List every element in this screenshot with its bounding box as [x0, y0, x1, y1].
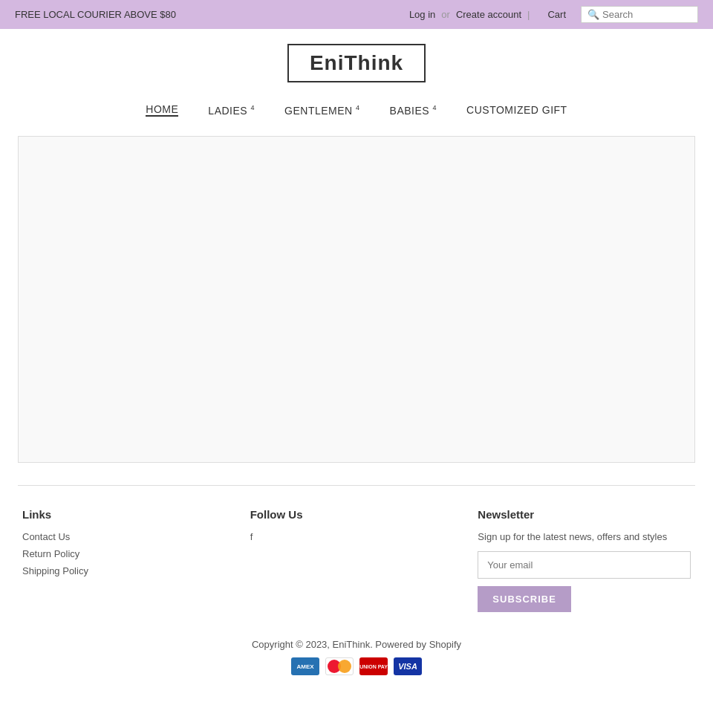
- footer-links: Links Contact Us Return Policy Shipping …: [22, 508, 235, 612]
- header: EniThink: [0, 29, 713, 90]
- copyright-text: Copyright © 2023, EniThink. Powered by S…: [252, 639, 461, 650]
- nav-customized-gift[interactable]: CUSTOMIZED GIFT: [466, 104, 567, 116]
- contact-us-link[interactable]: Contact Us: [22, 531, 235, 542]
- footer-follow: Follow Us f: [250, 508, 463, 612]
- nav-gentlemen[interactable]: GENTLEMEN 4: [284, 104, 360, 117]
- shipping-policy-link[interactable]: Shipping Policy: [22, 565, 235, 576]
- or-text: or: [441, 9, 450, 20]
- top-bar: FREE LOCAL COURIER ABOVE $80 Log in or C…: [0, 0, 713, 29]
- logo[interactable]: EniThink: [287, 44, 426, 82]
- unionpay-icon: UNION PAY: [359, 657, 388, 675]
- payment-icons: AMEX UNION PAY VISA: [0, 657, 713, 675]
- mastercard-icon: [325, 657, 354, 675]
- search-input[interactable]: [602, 9, 691, 20]
- pipe-divider: |: [527, 9, 530, 20]
- facebook-link[interactable]: f: [250, 531, 463, 542]
- newsletter-desc: Sign up for the latest news, offers and …: [478, 531, 691, 542]
- newsletter-heading: Newsletter: [478, 508, 691, 521]
- subscribe-button[interactable]: SUBSCRIBE: [478, 586, 571, 612]
- main-nav: HOME LADIES 4 GENTLEMEN 4 BABIES 4 CUSTO…: [0, 90, 713, 129]
- nav-home[interactable]: HOME: [146, 103, 178, 117]
- follow-heading: Follow Us: [250, 508, 463, 521]
- create-account-link[interactable]: Create account: [456, 9, 521, 20]
- footer-newsletter: Newsletter Sign up for the latest news, …: [478, 508, 691, 612]
- hero-image: [18, 136, 695, 463]
- return-policy-link[interactable]: Return Policy: [22, 548, 235, 559]
- promo-text: FREE LOCAL COURIER ABOVE $80: [15, 9, 176, 20]
- nav-babies[interactable]: BABIES 4: [390, 104, 437, 117]
- links-heading: Links: [22, 508, 235, 521]
- login-link[interactable]: Log in: [409, 9, 435, 20]
- search-icon: 🔍: [587, 9, 599, 20]
- email-input[interactable]: [478, 551, 691, 579]
- search-wrapper: 🔍: [581, 6, 698, 23]
- amex-icon: AMEX: [291, 657, 319, 675]
- nav-ladies[interactable]: LADIES 4: [208, 104, 255, 117]
- cart-link[interactable]: Cart: [547, 9, 566, 20]
- top-bar-right: Log in or Create account | Cart 🔍: [409, 6, 698, 23]
- footer: Links Contact Us Return Policy Shipping …: [0, 486, 713, 627]
- footer-bottom: Copyright © 2023, EniThink. Powered by S…: [0, 627, 713, 690]
- visa-icon: VISA: [394, 657, 422, 675]
